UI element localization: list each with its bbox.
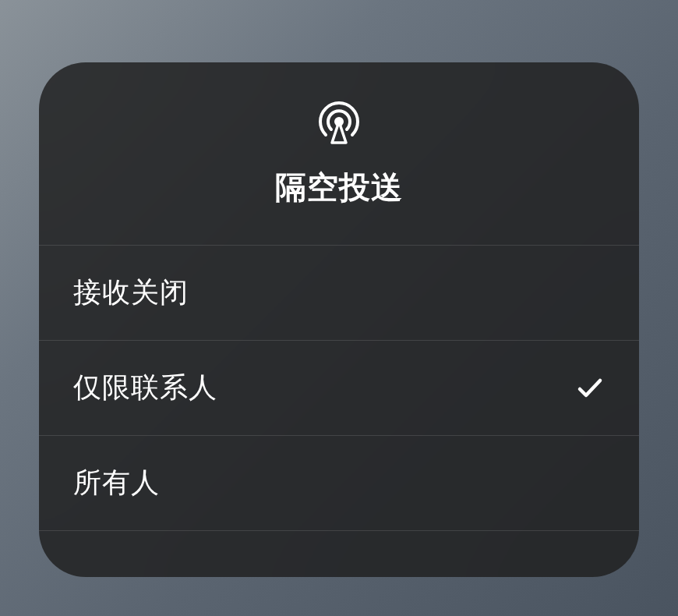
option-contacts-only[interactable]: 仅限联系人 bbox=[39, 341, 639, 436]
option-label: 所有人 bbox=[73, 464, 160, 502]
airdrop-settings-panel: 隔空投送 接收关闭 仅限联系人 所有人 bbox=[39, 62, 639, 577]
option-label: 仅限联系人 bbox=[73, 369, 217, 407]
option-label: 接收关闭 bbox=[73, 274, 189, 312]
option-everyone[interactable]: 所有人 bbox=[39, 436, 639, 531]
option-receiving-off[interactable]: 接收关闭 bbox=[39, 246, 639, 341]
panel-header: 隔空投送 bbox=[39, 62, 639, 246]
airdrop-icon bbox=[316, 99, 362, 144]
checkmark-icon bbox=[575, 373, 605, 403]
panel-title: 隔空投送 bbox=[275, 166, 403, 209]
